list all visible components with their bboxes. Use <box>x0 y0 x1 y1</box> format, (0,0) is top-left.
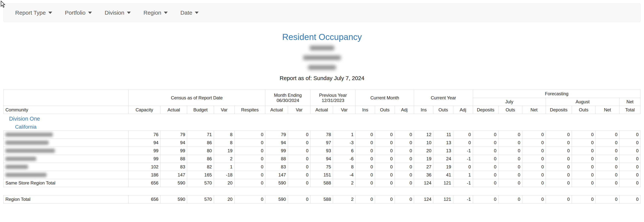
value-cell: 82 <box>187 163 214 171</box>
value-cell: 0 <box>375 196 394 204</box>
division-dropdown[interactable]: Division <box>98 4 137 22</box>
community-name-redacted <box>4 171 128 179</box>
value-cell: 79 <box>265 131 288 139</box>
value-cell: 0 <box>572 171 596 179</box>
value-cell: 0 <box>234 179 265 187</box>
value-cell: 0 <box>498 131 522 139</box>
community-name-redacted <box>4 131 128 139</box>
report-as-of-date: Report as of: Sunday July 7, 2024 <box>0 75 644 82</box>
value-cell: 99 <box>160 147 187 155</box>
value-cell: 0 <box>596 147 620 155</box>
value-cell: 0 <box>498 179 522 187</box>
value-cell: 0 <box>288 139 310 147</box>
column-header: Total <box>620 106 640 114</box>
page-title: Resident Occupancy <box>0 32 644 42</box>
portfolio-dropdown-label: Portfolio <box>65 10 86 16</box>
value-cell: 99 <box>128 147 160 155</box>
value-cell: -4 <box>333 171 356 179</box>
value-cell: 0 <box>546 171 572 179</box>
region-dropdown[interactable]: Region <box>137 4 174 22</box>
value-cell: 0 <box>288 163 310 171</box>
community-name-redacted <box>4 139 128 147</box>
division-link[interactable]: Division One <box>9 116 40 122</box>
region-link[interactable]: California <box>15 124 36 130</box>
value-cell: 0 <box>375 155 394 163</box>
value-cell: 165 <box>187 171 214 179</box>
value-cell: 20 <box>414 147 434 155</box>
month-ending-group-header: Month Ending 06/30/2024 <box>265 90 310 106</box>
value-cell: 0 <box>572 163 596 171</box>
value-cell: 590 <box>265 179 288 187</box>
value-cell: 0 <box>473 139 498 147</box>
value-cell: 0 <box>620 163 640 171</box>
value-cell: 0 <box>572 147 596 155</box>
august-group-header: August <box>546 98 620 106</box>
column-header: Respites <box>234 106 265 114</box>
value-cell: 0 <box>375 131 394 139</box>
division-label-row: Division One <box>4 114 640 122</box>
header-group-row-1: Census as of Report Date Month Ending 06… <box>4 90 640 98</box>
value-cell: -18 <box>214 171 234 179</box>
date-dropdown[interactable]: Date <box>174 4 205 22</box>
redacted-subtitle-line <box>308 65 336 70</box>
value-cell: 24 <box>434 155 453 163</box>
current-year-group-header: Current Year <box>414 90 473 106</box>
same-store-region-total-row-label: Same Store Region Total <box>4 179 128 187</box>
value-cell: 0 <box>522 155 546 163</box>
value-cell: 0 <box>394 147 414 155</box>
report-type-dropdown[interactable]: Report Type <box>9 4 58 22</box>
value-cell: 0 <box>596 179 620 187</box>
value-cell: 102 <box>128 163 160 171</box>
value-cell: 1 <box>453 171 473 179</box>
value-cell: 0 <box>356 139 375 147</box>
value-cell: 79 <box>160 131 187 139</box>
value-cell: 0 <box>394 155 414 163</box>
value-cell: 10 <box>414 139 434 147</box>
value-cell: 0 <box>522 131 546 139</box>
value-cell: 151 <box>310 171 333 179</box>
value-cell: 8 <box>214 131 234 139</box>
value-cell: 0 <box>453 163 473 171</box>
value-cell: -3 <box>333 139 356 147</box>
value-cell: 19 <box>214 147 234 155</box>
value-cell: 0 <box>572 139 596 147</box>
value-cell: 0 <box>522 139 546 147</box>
column-header: Var <box>214 106 234 114</box>
value-cell: 6 <box>333 147 356 155</box>
value-cell: 0 <box>375 171 394 179</box>
column-header: Ins <box>356 106 375 114</box>
value-cell: 0 <box>498 155 522 163</box>
value-cell: 8 <box>333 163 356 171</box>
value-cell: 1 <box>214 163 234 171</box>
value-cell: 94 <box>265 139 288 147</box>
value-cell: 13 <box>434 147 453 155</box>
value-cell: 0 <box>596 155 620 163</box>
same-store-region-total-row: Same Store Region Total65659057020059005… <box>4 179 640 187</box>
value-cell: -1 <box>453 155 473 163</box>
column-header: Outs <box>375 106 394 114</box>
value-cell: 0 <box>234 155 265 163</box>
value-cell: 20 <box>214 196 234 204</box>
value-cell: 0 <box>596 171 620 179</box>
value-cell: 2 <box>333 179 356 187</box>
portfolio-dropdown[interactable]: Portfolio <box>58 4 98 22</box>
value-cell: 94 <box>310 155 333 163</box>
value-cell: 86 <box>187 139 214 147</box>
value-cell: 570 <box>187 196 214 204</box>
value-cell: 147 <box>265 171 288 179</box>
value-cell: 11 <box>434 131 453 139</box>
value-cell: 0 <box>473 155 498 163</box>
region-total-row: Region Total6565905702005900588200012412… <box>4 196 640 204</box>
value-cell: 0 <box>522 163 546 171</box>
value-cell: 1 <box>333 131 356 139</box>
value-cell: 124 <box>414 179 434 187</box>
value-cell: 88 <box>160 155 187 163</box>
value-cell: 0 <box>522 147 546 155</box>
column-header: Net <box>596 106 620 114</box>
value-cell: 0 <box>620 139 640 147</box>
value-cell: 0 <box>546 139 572 147</box>
redacted-community-name <box>6 157 36 161</box>
value-cell: 0 <box>394 163 414 171</box>
value-cell: 0 <box>620 155 640 163</box>
chevron-down-icon <box>127 12 131 14</box>
